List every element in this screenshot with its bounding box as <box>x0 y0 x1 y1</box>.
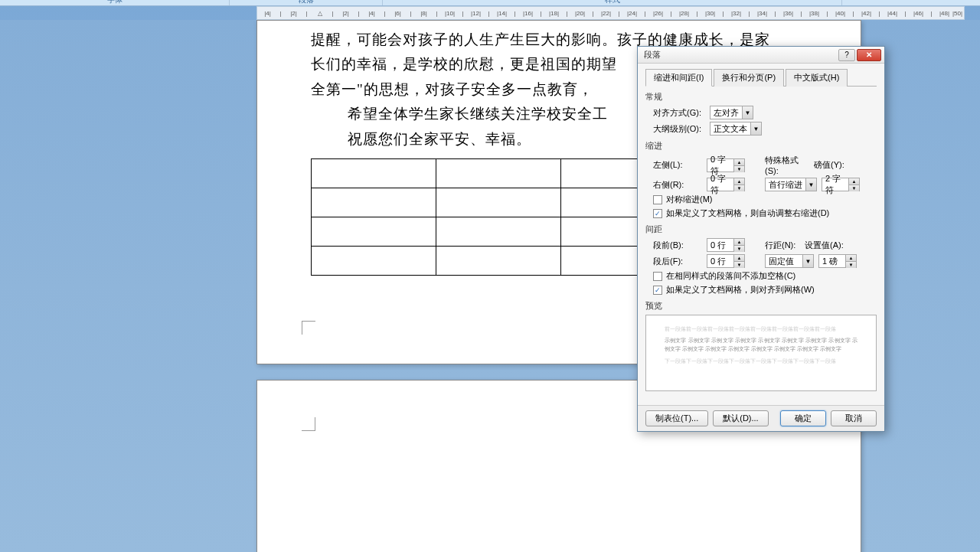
dialog-tabs: 缩进和间距(I) 换行和分页(P) 中文版式(H) <box>645 68 877 87</box>
table-row[interactable] <box>312 188 686 217</box>
auto-adjust-indent-label: 如果定义了文档网格，则自动调整右缩进(D) <box>666 207 829 219</box>
ribbon-bar: 字体 段落 样式 <box>0 0 980 6</box>
table-row[interactable] <box>312 158 686 188</box>
outline-value: 正文文本 <box>710 123 750 135</box>
spinner-down-icon[interactable]: ▼ <box>734 185 744 191</box>
special-format-combo[interactable]: 首行缩进 ▼ <box>765 178 817 191</box>
no-space-same-style-checkbox[interactable] <box>653 272 662 281</box>
line-spacing-label: 行距(N): <box>765 240 800 251</box>
dialog-footer: 制表位(T)... 默认(D)... 确定 取消 <box>638 405 884 431</box>
by-value: 2 字符 <box>822 173 848 196</box>
help-button[interactable]: ? <box>838 49 855 61</box>
tabs-button[interactable]: 制表位(T)... <box>645 410 708 426</box>
spinner-down-icon[interactable]: ▼ <box>849 185 859 191</box>
spinner-up-icon[interactable]: ▲ <box>734 178 744 185</box>
set-at-label: 设置值(A): <box>805 240 848 251</box>
mirror-indent-label: 对称缩进(M) <box>666 194 713 205</box>
auto-adjust-indent-checkbox[interactable]: ✓ <box>653 209 662 218</box>
spinner-up-icon[interactable]: ▲ <box>849 178 859 185</box>
outline-combo[interactable]: 正文文本 ▼ <box>710 122 762 136</box>
spinner-up-icon[interactable]: ▲ <box>734 255 744 262</box>
spinner-down-icon[interactable]: ▼ <box>734 246 744 252</box>
tab-chinese-typography[interactable]: 中文版式(H) <box>786 69 848 87</box>
mirror-indent-checkbox[interactable] <box>653 195 662 204</box>
special-format-label: 特殊格式(S): <box>765 155 809 175</box>
spinner-down-icon[interactable]: ▼ <box>846 262 856 268</box>
indent-right-spinner[interactable]: 0 字符 ▲▼ <box>707 178 745 191</box>
chevron-down-icon: ▼ <box>742 106 753 119</box>
no-space-same-style-label: 在相同样式的段落间不添加空格(C) <box>666 270 795 282</box>
ribbon-section-styles: 样式 <box>383 0 842 5</box>
space-before-spinner[interactable]: 0 行 ▲▼ <box>707 238 745 252</box>
ok-button[interactable]: 确定 <box>780 410 826 426</box>
by-spinner[interactable]: 2 字符 ▲▼ <box>822 178 860 191</box>
chevron-down-icon: ▼ <box>805 178 816 191</box>
ribbon-section-paragraph: 段落 <box>230 0 383 5</box>
table-row[interactable] <box>312 246 686 275</box>
spinner-down-icon[interactable]: ▼ <box>734 262 744 268</box>
ribbon-section-font: 字体 <box>0 0 230 5</box>
chevron-down-icon: ▼ <box>802 255 813 267</box>
snap-to-grid-label: 如果定义了文档网格，则对齐到网格(W) <box>666 284 815 296</box>
snap-to-grid-checkbox[interactable]: ✓ <box>653 286 662 295</box>
section-spacing-label: 间距 <box>645 224 877 235</box>
page-margin-marker <box>302 417 315 431</box>
set-at-value: 1 磅 <box>819 256 845 267</box>
special-format-value: 首行缩进 <box>766 179 805 191</box>
space-after-value: 0 行 <box>707 256 733 267</box>
line-spacing-value: 固定值 <box>766 256 802 267</box>
spinner-up-icon[interactable]: ▲ <box>846 255 856 262</box>
set-at-spinner[interactable]: 1 磅 ▲▼ <box>818 254 857 268</box>
alignment-combo[interactable]: 左对齐 ▼ <box>710 106 753 119</box>
by-label: 磅值(Y): <box>814 159 846 171</box>
default-button[interactable]: 默认(D)... <box>713 410 768 426</box>
section-preview-label: 预览 <box>645 300 877 312</box>
space-after-spinner[interactable]: 0 行 ▲▼ <box>707 254 745 268</box>
section-general-label: 常规 <box>645 91 877 103</box>
space-before-label: 段前(B): <box>653 240 702 251</box>
spinner-up-icon[interactable]: ▲ <box>734 239 744 246</box>
tab-indent-spacing[interactable]: 缩进和间距(I) <box>645 69 712 87</box>
dialog-titlebar[interactable]: 段落 ? ✕ <box>638 47 884 64</box>
alignment-value: 左对齐 <box>710 107 742 119</box>
page-margin-marker <box>302 321 315 335</box>
close-button[interactable]: ✕ <box>857 49 881 61</box>
tab-line-page-breaks[interactable]: 换行和分页(P) <box>714 69 784 87</box>
dialog-title: 段落 <box>644 49 837 60</box>
paragraph-dialog: 段落 ? ✕ 缩进和间距(I) 换行和分页(P) 中文版式(H) 常规 对齐方式… <box>637 46 885 432</box>
alignment-label: 对齐方式(G): <box>653 107 707 119</box>
preview-box: 前一段落前一段落前一段落前一段落前一段落前一段落前一段落前一段落 示例文字 示例… <box>645 315 877 391</box>
spinner-up-icon[interactable]: ▲ <box>734 159 744 166</box>
horizontal-ruler[interactable]: |4|||2|| △||2|| |4|||6|| |8|||10|| |12||… <box>256 6 965 20</box>
document-table[interactable] <box>311 158 686 276</box>
chevron-down-icon: ▼ <box>750 122 761 135</box>
outline-label: 大纲级别(O): <box>653 123 707 135</box>
space-after-label: 段后(F): <box>653 256 702 267</box>
indent-left-label: 左侧(L): <box>653 159 702 171</box>
line-spacing-combo[interactable]: 固定值 ▼ <box>765 254 814 268</box>
ruler-marks: |4|||2|| △||2|| |4|||6|| |8|||10|| |12||… <box>257 7 964 19</box>
spinner-down-icon[interactable]: ▼ <box>734 166 744 172</box>
cancel-button[interactable]: 取消 <box>831 410 877 426</box>
indent-right-label: 右侧(R): <box>653 179 702 191</box>
table-row[interactable] <box>312 217 686 246</box>
section-indent-label: 缩进 <box>645 140 877 152</box>
indent-left-spinner[interactable]: 0 字符 ▲▼ <box>707 158 745 172</box>
indent-right-value: 0 字符 <box>707 173 733 196</box>
space-before-value: 0 行 <box>707 240 733 251</box>
